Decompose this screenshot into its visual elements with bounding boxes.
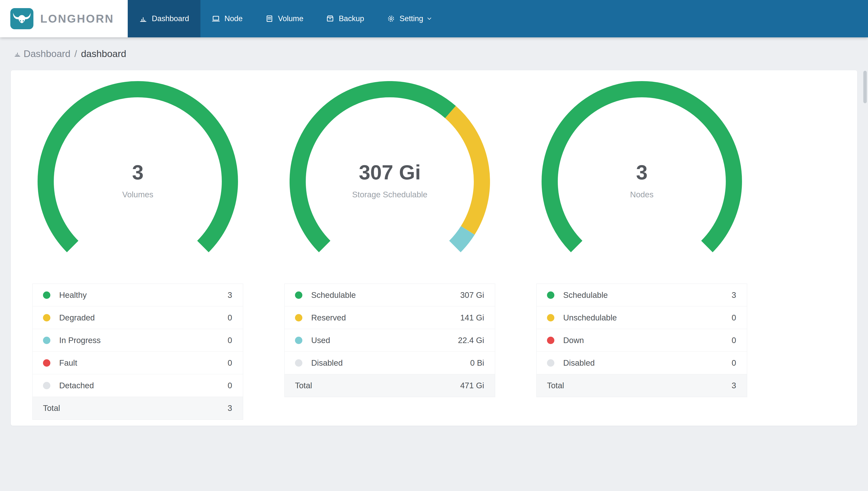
nav-item-setting[interactable]: Setting (376, 0, 444, 37)
legend-color-dot (547, 291, 554, 299)
legend-value: 0 Bi (470, 358, 484, 368)
breadcrumb-current: dashboard (81, 49, 126, 59)
chevron-down-icon (426, 16, 433, 22)
nav-label-node: Node (224, 14, 243, 23)
legend-color-dot (295, 291, 302, 299)
gauge-arc-used (455, 231, 468, 247)
legend-value: 0 (732, 313, 736, 322)
legend-label: Disabled (563, 358, 595, 368)
legend-label: Detached (59, 381, 94, 390)
legend-row: Healthy3 (33, 284, 243, 307)
longhorn-bull-icon (10, 7, 34, 31)
volumes-label: Volumes (38, 190, 238, 199)
breadcrumb: Dashboard / dashboard (0, 37, 868, 70)
legend-label: Used (311, 336, 330, 345)
legend-value: 141 Gi (460, 313, 484, 322)
legend-label: Down (563, 336, 584, 345)
nav-item-node[interactable]: Node (200, 0, 254, 37)
node-icon (212, 15, 220, 23)
legend-label: Degraded (59, 313, 95, 322)
legend-row: Fault0 (33, 352, 243, 374)
legend-row: Degraded0 (33, 307, 243, 329)
legend-row: Used22.4 Gi (285, 329, 495, 352)
chart-icon (14, 50, 21, 58)
storage-column: 307 Gi Storage Schedulable Schedulable30… (275, 81, 504, 420)
legend-color-dot (547, 337, 554, 344)
nodes-legend-table: Schedulable3Unschedulable0Down0Disabled0… (536, 284, 747, 397)
breadcrumb-separator: / (74, 49, 77, 59)
legend-value: 0 (228, 381, 232, 390)
volumes-gauge-center: 3 Volumes (38, 162, 238, 199)
legend-value: 3 (228, 290, 232, 300)
dashboard-card: 3 Volumes Healthy3Degraded0In Progress0F… (11, 70, 857, 426)
storage-gauge-center: 307 Gi Storage Schedulable (289, 162, 490, 199)
nav-label-dashboard: Dashboard (152, 14, 189, 23)
breadcrumb-root[interactable]: Dashboard (14, 49, 70, 59)
volumes-column: 3 Volumes Healthy3Degraded0In Progress0F… (23, 81, 252, 420)
nav-label-setting: Setting (400, 14, 424, 23)
legend-label: Schedulable (563, 290, 608, 300)
legend-total-value: 471 Gi (460, 381, 484, 390)
legend-label: Unschedulable (563, 313, 617, 322)
legend-total-row: Total471 Gi (285, 374, 495, 397)
legend-label: Reserved (311, 313, 346, 322)
volume-icon (265, 15, 274, 23)
nodes-gauge: 3 Nodes (541, 81, 742, 282)
legend-label: Schedulable (311, 290, 356, 300)
storage-legend-table: Schedulable307 GiReserved141 GiUsed22.4 … (284, 284, 495, 397)
nodes-gauge-center: 3 Nodes (541, 162, 742, 199)
nodes-count: 3 (541, 162, 742, 182)
nav-item-backup[interactable]: Backup (315, 0, 375, 37)
legend-color-dot (295, 314, 302, 321)
nav-label-backup: Backup (339, 14, 364, 23)
legend-row: In Progress0 (33, 329, 243, 352)
legend-color-dot (43, 291, 50, 299)
brand-logo[interactable]: LONGHORN (0, 0, 128, 37)
legend-row: Detached0 (33, 374, 243, 397)
storage-schedulable-value: 307 Gi (289, 162, 490, 182)
storage-schedulable-label: Storage Schedulable (289, 190, 490, 199)
nodes-label: Nodes (541, 190, 742, 199)
breadcrumb-root-label: Dashboard (24, 49, 70, 59)
setting-gear-icon (387, 15, 395, 23)
legend-label: Healthy (59, 290, 87, 300)
nav-item-dashboard[interactable]: Dashboard (128, 0, 200, 37)
legend-total-label: Total (547, 381, 564, 390)
backup-icon (326, 15, 334, 23)
legend-row: Unschedulable0 (537, 307, 747, 329)
legend-row: Schedulable3 (537, 284, 747, 307)
legend-color-dot (295, 337, 302, 344)
main-nav: Dashboard Node Volume Backup Setting (128, 0, 444, 37)
nav-item-volume[interactable]: Volume (254, 0, 315, 37)
legend-color-dot (547, 359, 554, 367)
legend-label: Fault (59, 358, 77, 368)
legend-value: 0 (228, 358, 232, 368)
legend-value: 22.4 Gi (458, 336, 484, 345)
legend-value: 307 Gi (460, 290, 484, 300)
legend-total-label: Total (43, 404, 60, 413)
brand-name: LONGHORN (40, 12, 114, 25)
legend-color-dot (43, 382, 50, 389)
legend-row: Disabled0 Bi (285, 352, 495, 374)
legend-value: 0 (228, 313, 232, 322)
legend-color-dot (43, 359, 50, 367)
top-navbar: LONGHORN Dashboard Node Volume Backup (0, 0, 868, 37)
legend-value: 0 (732, 358, 736, 368)
legend-total-value: 3 (228, 404, 232, 413)
vertical-scrollbar-thumb[interactable] (863, 71, 867, 103)
legend-color-dot (43, 337, 50, 344)
legend-total-row: Total3 (33, 397, 243, 420)
legend-row: Reserved141 Gi (285, 307, 495, 329)
dashboard-icon (139, 15, 147, 23)
legend-color-dot (295, 359, 302, 367)
gauge-grid: 3 Volumes Healthy3Degraded0In Progress0F… (23, 81, 755, 420)
legend-value: 3 (732, 290, 736, 300)
legend-total-row: Total3 (537, 374, 747, 397)
legend-label: Disabled (311, 358, 343, 368)
storage-gauge: 307 Gi Storage Schedulable (289, 81, 490, 282)
volumes-gauge: 3 Volumes (38, 81, 238, 282)
legend-row: Schedulable307 Gi (285, 284, 495, 307)
volumes-count: 3 (38, 162, 238, 182)
legend-row: Disabled0 (537, 352, 747, 374)
legend-total-value: 3 (732, 381, 736, 390)
